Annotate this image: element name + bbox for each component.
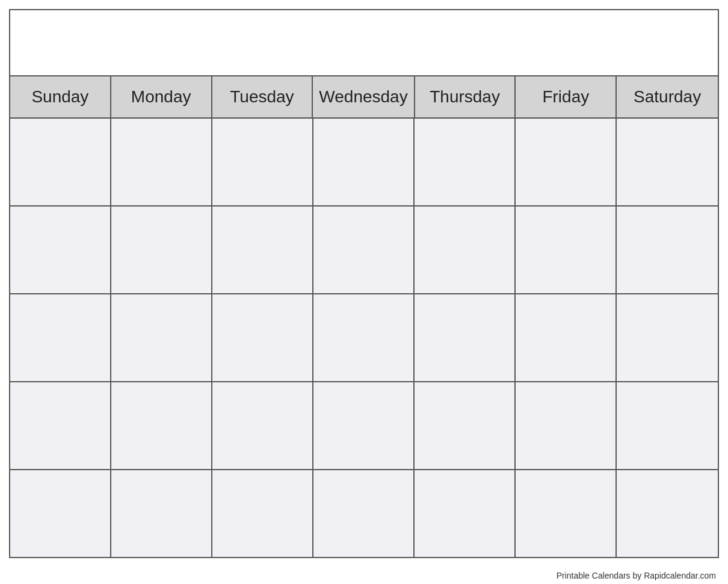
header-saturday: Saturday [617, 76, 718, 117]
calendar-title-area [10, 10, 718, 76]
calendar-container: Sunday Monday Tuesday Wednesday Thursday… [9, 9, 719, 558]
week-row-2 [10, 207, 718, 294]
day-cell [516, 382, 617, 469]
header-tuesday: Tuesday [212, 76, 313, 117]
day-cell [212, 470, 313, 557]
day-cell [516, 119, 617, 205]
day-cell [313, 382, 415, 469]
day-cell [313, 470, 415, 557]
day-cell [10, 119, 111, 205]
calendar-grid: Sunday Monday Tuesday Wednesday Thursday… [10, 76, 718, 557]
day-cell [212, 207, 313, 293]
week-row-4 [10, 382, 718, 470]
day-cell [617, 207, 718, 293]
day-cell [617, 470, 718, 557]
day-cell [111, 470, 212, 557]
footer-attribution: Printable Calendars by Rapidcalendar.com [0, 567, 728, 584]
day-cell [212, 294, 313, 381]
day-cell [111, 382, 212, 469]
day-cell [415, 207, 516, 293]
footer-text: Printable Calendars by Rapidcalendar.com [557, 571, 716, 580]
day-cell [111, 207, 212, 293]
day-cell [516, 207, 617, 293]
day-cell [313, 119, 415, 205]
day-cell [10, 294, 111, 381]
week-row-3 [10, 294, 718, 382]
header-wednesday: Wednesday [313, 76, 415, 117]
day-cell [617, 119, 718, 205]
day-cell [10, 382, 111, 469]
day-cell [415, 382, 516, 469]
day-cell [415, 119, 516, 205]
header-monday: Monday [111, 76, 212, 117]
day-cell [313, 294, 415, 381]
day-cell [111, 294, 212, 381]
day-cell [111, 119, 212, 205]
day-cell [617, 382, 718, 469]
day-cell [212, 382, 313, 469]
day-cell [516, 294, 617, 381]
header-friday: Friday [516, 76, 617, 117]
day-cell [415, 294, 516, 381]
header-sunday: Sunday [10, 76, 111, 117]
day-cell [313, 207, 415, 293]
day-cell [10, 207, 111, 293]
week-row-1 [10, 119, 718, 207]
day-cell [212, 119, 313, 205]
day-cell [415, 470, 516, 557]
day-cell [617, 294, 718, 381]
day-headers-row: Sunday Monday Tuesday Wednesday Thursday… [10, 76, 718, 119]
week-row-5 [10, 470, 718, 557]
header-thursday: Thursday [415, 76, 516, 117]
day-cell [516, 470, 617, 557]
weeks-container [10, 119, 718, 557]
day-cell [10, 470, 111, 557]
